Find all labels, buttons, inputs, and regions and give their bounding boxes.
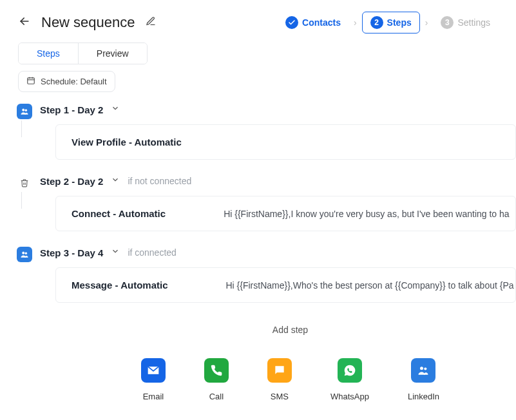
channel-whatsapp[interactable]: WhatsApp xyxy=(330,358,369,401)
card-preview: Hi {{FirstName}},Who's the best person a… xyxy=(225,280,513,291)
wizard-step-contacts[interactable]: Contacts xyxy=(278,12,349,33)
wizard-step-settings: 3 Settings xyxy=(433,12,498,33)
step-condition: if not connected xyxy=(128,176,191,186)
svg-point-7 xyxy=(23,252,25,254)
channel-label: Email xyxy=(143,392,164,401)
step-title: Step 2 - Day 2 xyxy=(40,176,103,187)
people-icon xyxy=(17,104,32,119)
wizard-label: Steps xyxy=(387,17,412,28)
wizard-nav: Contacts › 2 Steps › 3 Settings xyxy=(278,12,498,33)
channel-linkedin[interactable]: LinkedIn xyxy=(408,358,439,401)
channel-label: SMS xyxy=(271,392,289,401)
svg-point-10 xyxy=(425,367,427,370)
step-condition: if connected xyxy=(128,247,177,258)
chevron-right-icon: › xyxy=(354,17,357,28)
step-card[interactable]: Message - Automatic Hi {{FirstName}},Who… xyxy=(55,267,516,303)
channel-selector: Email Call SMS WhatsApp LinkedIn xyxy=(64,358,516,401)
svg-point-6 xyxy=(25,110,27,111)
channel-sms[interactable]: SMS xyxy=(267,358,292,401)
schedule-selector[interactable]: Schedule: Default xyxy=(18,71,115,92)
channel-email[interactable]: Email xyxy=(141,358,166,401)
channel-label: WhatsApp xyxy=(330,392,369,401)
chevron-down-icon[interactable] xyxy=(111,175,120,187)
step-title: Step 1 - Day 2 xyxy=(40,104,103,115)
channel-label: Call xyxy=(209,392,224,401)
tab-preview[interactable]: Preview xyxy=(78,43,147,64)
sequence-step: Step 1 - Day 2 View Profile - Automatic xyxy=(14,104,516,175)
pencil-icon[interactable] xyxy=(146,16,156,29)
step-title: Step 3 - Day 4 xyxy=(40,247,103,258)
tab-steps[interactable]: Steps xyxy=(19,43,78,64)
connector-line xyxy=(21,192,22,209)
trash-icon[interactable] xyxy=(17,175,32,191)
phone-icon xyxy=(204,358,229,383)
email-icon xyxy=(141,358,166,383)
channel-label: LinkedIn xyxy=(408,392,439,401)
back-arrow-icon[interactable] xyxy=(18,15,31,30)
sequence-step: Step 2 - Day 2 if not connected Connect … xyxy=(14,175,516,247)
people-icon xyxy=(17,247,32,262)
page-title: New sequence xyxy=(41,14,135,31)
step-number: 3 xyxy=(441,16,454,29)
step-card[interactable]: View Profile - Automatic xyxy=(55,124,516,160)
whatsapp-icon xyxy=(338,358,362,383)
channel-call[interactable]: Call xyxy=(204,358,229,401)
view-tabs: Steps Preview xyxy=(18,43,148,64)
check-icon xyxy=(285,16,298,29)
sequence-step: Step 3 - Day 4 if connected Message - Au… xyxy=(14,247,516,303)
card-heading: View Profile - Automatic xyxy=(72,137,182,148)
wizard-label: Contacts xyxy=(302,17,341,28)
step-card[interactable]: Connect - Automatic Hi {{FirstName}},I k… xyxy=(55,196,516,231)
connector-line xyxy=(21,120,22,137)
card-heading: Connect - Automatic xyxy=(72,208,166,219)
chevron-down-icon[interactable] xyxy=(111,104,120,115)
step-number: 2 xyxy=(370,16,383,29)
add-step-label: Add step xyxy=(64,325,516,335)
svg-point-8 xyxy=(25,253,27,254)
chevron-right-icon: › xyxy=(425,17,428,28)
people-icon xyxy=(411,358,435,383)
card-heading: Message - Automatic xyxy=(72,280,167,291)
chevron-down-icon[interactable] xyxy=(111,247,120,258)
calendar-icon xyxy=(26,76,35,87)
wizard-label: Settings xyxy=(457,17,490,28)
chat-icon xyxy=(267,358,292,383)
card-preview: Hi {{FirstName}},I know you're very busy… xyxy=(224,209,509,219)
svg-point-9 xyxy=(420,367,423,370)
svg-rect-1 xyxy=(28,78,35,84)
wizard-step-steps[interactable]: 2 Steps xyxy=(362,12,420,33)
svg-point-5 xyxy=(23,109,25,111)
schedule-label: Schedule: Default xyxy=(41,77,107,86)
